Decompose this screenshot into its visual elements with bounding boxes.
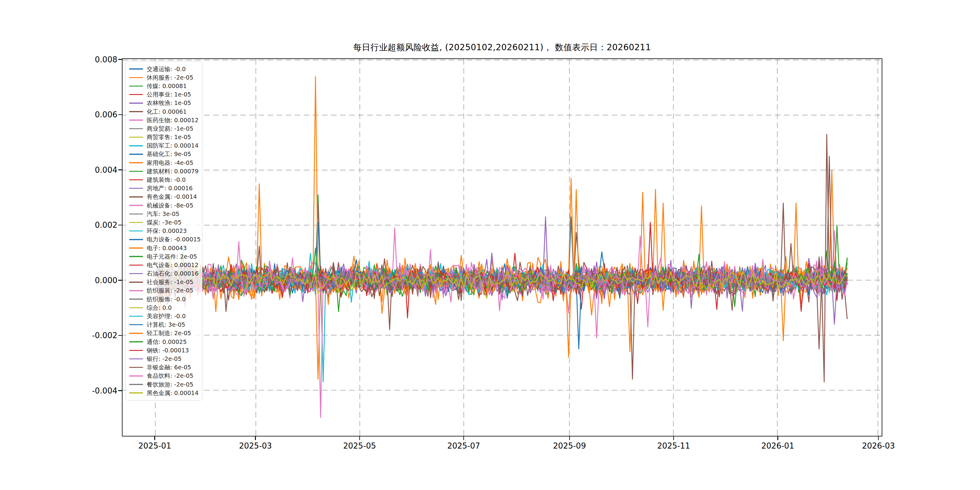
legend-line-swatch <box>129 111 143 112</box>
legend-line-swatch <box>129 265 143 266</box>
legend-line-swatch <box>129 247 143 249</box>
legend-line-swatch <box>129 316 143 317</box>
legend-label: 电气设备: 0.00012 <box>147 261 199 269</box>
legend-item: 房地产: 0.00016 <box>129 184 200 192</box>
legend-item: 电力设备: -0.00015 <box>129 235 200 244</box>
legend-label: 机械设备: -8e-05 <box>147 202 193 210</box>
legend-label: 通信: 0.00025 <box>147 338 187 346</box>
y-tick-mark <box>118 335 122 336</box>
legend-item: 黑色金属: 0.00014 <box>129 389 200 397</box>
legend-item: 机械设备: -8e-05 <box>129 201 200 210</box>
legend-line-swatch <box>129 179 143 181</box>
x-tick-label: 2025-03 <box>239 441 272 450</box>
legend-label: 汽车: 3e-05 <box>147 210 179 218</box>
legend-item: 传媒: 0.00081 <box>129 82 200 90</box>
legend-label: 基础化工: 9e-05 <box>147 150 191 158</box>
legend: 交通运输: -0.0休闲服务: -2e-05传媒: 0.00081公用事业: 1… <box>126 61 202 401</box>
legend-item: 汽车: 3e-05 <box>129 210 200 218</box>
legend-label: 综合: 0.0 <box>147 304 172 312</box>
legend-label: 医药生物: 0.00012 <box>147 116 199 124</box>
x-tick-label: 2025-11 <box>657 441 690 450</box>
legend-item: 基础化工: 9e-05 <box>129 150 200 159</box>
legend-item: 国防军工: 0.00014 <box>129 142 200 150</box>
legend-item: 医药生物: 0.00012 <box>129 116 200 124</box>
legend-line-swatch <box>129 154 143 155</box>
y-tick-mark <box>118 225 122 225</box>
legend-line-swatch <box>129 392 143 393</box>
legend-label: 农林牧渔: 1e-05 <box>147 99 191 107</box>
legend-label: 餐饮旅游: -2e-05 <box>147 380 193 389</box>
legend-item: 建筑材料: 0.00079 <box>129 167 200 175</box>
legend-label: 公用事业: 1e-05 <box>147 91 191 99</box>
legend-label: 社会服务: -1e-05 <box>147 278 193 286</box>
legend-item: 通信: 0.00025 <box>129 337 200 346</box>
legend-line-swatch <box>129 196 143 197</box>
x-tick-mark <box>463 436 464 440</box>
legend-line-swatch <box>129 77 143 78</box>
legend-line-swatch <box>129 307 143 309</box>
y-tick-mark <box>118 59 122 60</box>
legend-item: 纺织服饰: -0.0 <box>129 295 200 303</box>
x-tick-mark <box>673 436 674 440</box>
legend-line-swatch <box>129 188 143 189</box>
legend-item: 公用事业: 1e-05 <box>129 91 200 99</box>
legend-line-swatch <box>129 171 143 172</box>
legend-label: 黑色金属: 0.00014 <box>147 389 199 397</box>
legend-label: 轻工制造: 2e-05 <box>147 329 191 337</box>
x-tick-mark <box>777 436 778 440</box>
legend-line-swatch <box>129 333 143 334</box>
legend-line-swatch <box>129 290 143 291</box>
y-tick-label: 0.004 <box>66 165 117 175</box>
legend-item: 化工: 0.00061 <box>129 107 200 116</box>
legend-label: 交通运输: -0.0 <box>147 65 186 73</box>
legend-line-swatch <box>129 341 143 342</box>
legend-label: 电力设备: -0.00015 <box>147 235 200 243</box>
legend-item: 家用电器: -4e-05 <box>129 159 200 167</box>
legend-item: 建筑装饰: -0.0 <box>129 175 200 184</box>
legend-label: 钢铁: -0.00013 <box>147 346 189 355</box>
chart-canvas <box>123 59 882 436</box>
legend-line-swatch <box>129 213 143 215</box>
legend-label: 传媒: 0.00081 <box>147 82 187 90</box>
legend-item: 美容护理: -0.0 <box>129 312 200 320</box>
legend-line-swatch <box>129 367 143 368</box>
legend-label: 纺织服装: -2e-05 <box>147 286 193 294</box>
legend-line-swatch <box>129 358 143 360</box>
x-tick-mark <box>255 436 256 440</box>
figure: 每日行业超额风险收益, (20250102,20260211)， 数值表示日：2… <box>0 0 980 490</box>
y-tick-label: 0.008 <box>66 55 117 64</box>
legend-label: 建筑材料: 0.00079 <box>147 167 199 175</box>
legend-label: 建筑装饰: -0.0 <box>147 176 186 184</box>
y-tick-mark <box>118 280 122 280</box>
legend-label: 银行: -2e-05 <box>147 355 181 363</box>
legend-label: 纺织服饰: -0.0 <box>147 295 186 303</box>
legend-item: 社会服务: -1e-05 <box>129 278 200 286</box>
x-tick-label: 2025-01 <box>138 441 171 450</box>
y-tick-mark <box>118 115 122 115</box>
legend-item: 食品饮料: -2e-05 <box>129 372 200 380</box>
legend-label: 石油石化: 0.00016 <box>147 269 199 278</box>
legend-label: 非银金融: 6e-05 <box>147 363 191 371</box>
legend-label: 电子: 0.00043 <box>147 244 187 252</box>
legend-line-swatch <box>129 384 143 385</box>
legend-item: 商业贸易: -1e-05 <box>129 124 200 133</box>
y-tick-label: -0.004 <box>66 386 117 395</box>
legend-line-swatch <box>129 137 143 138</box>
x-tick-mark <box>878 436 879 440</box>
legend-item: 电气设备: 0.00012 <box>129 261 200 269</box>
legend-label: 环保: 0.00023 <box>147 227 187 235</box>
y-tick-label: 0.002 <box>66 221 117 229</box>
legend-line-swatch <box>129 145 143 146</box>
legend-label: 电子元器件: 2e-05 <box>147 253 197 261</box>
legend-line-swatch <box>129 350 143 351</box>
legend-line-swatch <box>129 86 143 87</box>
legend-item: 非银金融: 6e-05 <box>129 363 200 372</box>
legend-item: 商贸零售: 1e-05 <box>129 133 200 142</box>
x-tick-label: 2025-07 <box>447 441 480 450</box>
legend-label: 国防军工: 0.00014 <box>147 142 199 150</box>
legend-line-swatch <box>129 205 143 206</box>
legend-label: 商贸零售: 1e-05 <box>147 133 191 141</box>
y-tick-mark <box>118 390 122 391</box>
legend-label: 食品饮料: -2e-05 <box>147 372 193 380</box>
legend-line-swatch <box>129 119 143 121</box>
